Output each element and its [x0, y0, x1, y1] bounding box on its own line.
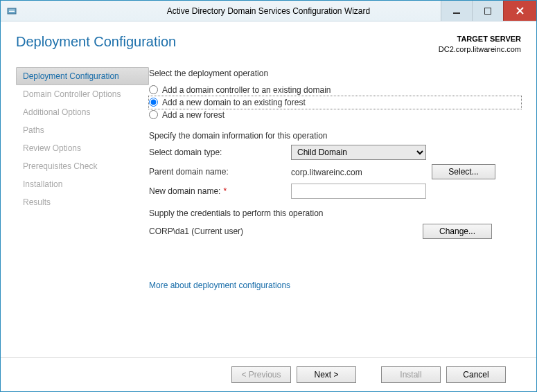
- deployment-radio-group: Add a domain controller to an existing d…: [149, 84, 521, 121]
- wizard-footer: < Previous Next > Install Cancel: [16, 358, 521, 391]
- page-title: Deployment Configuration: [16, 34, 176, 50]
- domain-info-section: Specify the domain information for this …: [149, 131, 521, 199]
- target-server-value: DC2.corp.litwareinc.com: [439, 44, 521, 55]
- previous-button[interactable]: < Previous: [231, 366, 291, 383]
- main-panel: Select the deployment operation Add a do…: [149, 66, 521, 345]
- svg-rect-2: [9, 11, 15, 12]
- new-domain-label: New domain name:*: [149, 186, 291, 196]
- change-credentials-button[interactable]: Change...: [423, 224, 492, 239]
- svg-rect-3: [453, 12, 460, 14]
- step-results[interactable]: Results: [16, 193, 149, 211]
- step-prerequisites-check[interactable]: Prerequisites Check: [16, 157, 149, 175]
- required-indicator: *: [220, 186, 227, 196]
- domain-type-row: Select domain type: Child Domain: [149, 145, 521, 160]
- maximize-button[interactable]: [472, 1, 503, 21]
- window-controls: [441, 1, 536, 21]
- new-domain-input[interactable]: [291, 184, 426, 199]
- section-label: Select the deployment operation: [149, 69, 521, 78]
- radio-input[interactable]: [149, 110, 158, 119]
- svg-rect-4: [484, 8, 491, 15]
- titlebar: Active Directory Domain Services Configu…: [1, 1, 536, 21]
- step-domain-controller-options[interactable]: Domain Controller Options: [16, 85, 149, 103]
- wizard-content: Deployment Configuration Domain Controll…: [16, 66, 521, 345]
- step-review-options[interactable]: Review Options: [16, 139, 149, 157]
- step-paths[interactable]: Paths: [16, 121, 149, 139]
- svg-rect-1: [9, 10, 15, 10]
- radio-input[interactable]: [149, 85, 158, 94]
- select-parent-button[interactable]: Select...: [432, 164, 495, 179]
- install-button[interactable]: Install: [381, 366, 441, 383]
- next-button[interactable]: Next >: [297, 366, 356, 383]
- parent-domain-row: Parent domain name: corp.litwareinc.com …: [149, 164, 521, 179]
- radio-label: Add a new forest: [162, 110, 225, 120]
- radio-input[interactable]: [149, 98, 158, 107]
- minimize-button[interactable]: [441, 1, 472, 21]
- current-user-text: CORP\da1 (Current user): [149, 226, 423, 236]
- steps-sidebar: Deployment Configuration Domain Controll…: [16, 66, 149, 345]
- radio-label: Add a new domain to an existing forest: [162, 98, 306, 107]
- deployment-operation-section: Select the deployment operation Add a do…: [149, 69, 521, 121]
- target-server-info: TARGET SERVER DC2.corp.litwareinc.com: [439, 34, 521, 55]
- credentials-section: Supply the credentials to perform this o…: [149, 208, 521, 239]
- step-deployment-configuration[interactable]: Deployment Configuration: [16, 67, 149, 85]
- parent-domain-label: Parent domain name:: [149, 167, 291, 177]
- wizard-body: Deployment Configuration TARGET SERVER D…: [1, 21, 536, 391]
- close-button[interactable]: [503, 1, 536, 21]
- cancel-button[interactable]: Cancel: [446, 366, 506, 383]
- credentials-row: CORP\da1 (Current user) Change...: [149, 224, 521, 239]
- radio-add-new-forest[interactable]: Add a new forest: [149, 109, 521, 121]
- radio-add-dc-existing-domain[interactable]: Add a domain controller to an existing d…: [149, 84, 521, 96]
- wizard-header: Deployment Configuration TARGET SERVER D…: [16, 34, 521, 55]
- app-icon: [3, 6, 20, 16]
- domain-type-label: Select domain type:: [149, 148, 291, 157]
- target-server-label: TARGET SERVER: [439, 34, 521, 44]
- domain-type-select[interactable]: Child Domain: [291, 145, 426, 160]
- more-about-link[interactable]: More about deployment configurations: [149, 280, 290, 290]
- section-label: Supply the credentials to perform this o…: [149, 208, 521, 218]
- wizard-window: Active Directory Domain Services Configu…: [0, 0, 537, 392]
- step-installation[interactable]: Installation: [16, 175, 149, 193]
- new-domain-row: New domain name:*: [149, 184, 521, 199]
- radio-label: Add a domain controller to an existing d…: [162, 85, 331, 95]
- section-label: Specify the domain information for this …: [149, 131, 521, 141]
- step-additional-options[interactable]: Additional Options: [16, 103, 149, 121]
- parent-domain-value: corp.litwareinc.com: [291, 166, 426, 177]
- radio-add-domain-existing-forest[interactable]: Add a new domain to an existing forest: [149, 96, 521, 109]
